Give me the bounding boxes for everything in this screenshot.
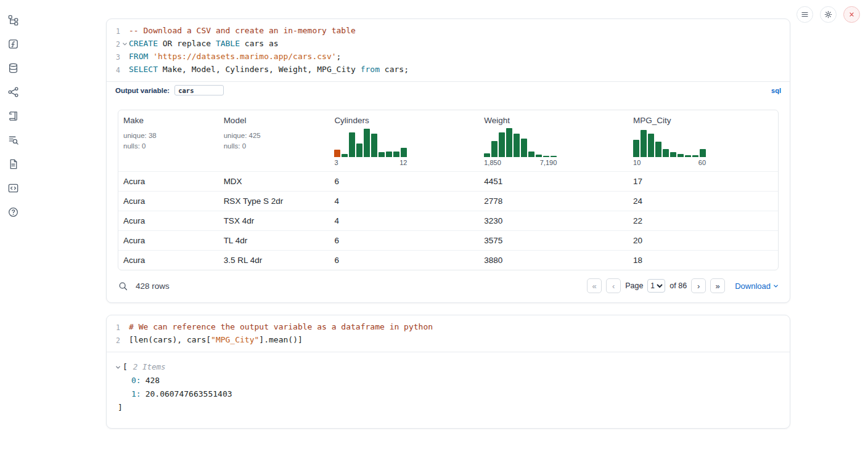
column-header-mpg_city[interactable]: MPG_City1060	[628, 110, 778, 171]
histogram-max-label: 7,190	[540, 159, 557, 166]
graph-icon	[7, 86, 19, 98]
histogram-bar	[342, 154, 348, 157]
sidebar-help-button[interactable]	[5, 204, 21, 219]
code-token: 'https://datasets.marimo.app/cars.csv'	[153, 52, 336, 61]
notebook: 1-- Download a CSV and create an in-memo…	[106, 18, 790, 429]
code-line: 2[len(cars), cars["MPG_City"].mean()]	[107, 334, 790, 347]
column-header-make[interactable]: Makeunique: 38nulls: 0	[118, 110, 219, 171]
last-page-button[interactable]: »	[710, 278, 725, 293]
column-header-cylinders[interactable]: Cylinders312	[329, 110, 479, 171]
code-token: from	[361, 65, 380, 74]
function-icon	[7, 38, 19, 50]
first-page-button[interactable]: «	[587, 278, 602, 293]
sidebar-outline-button[interactable]	[5, 108, 21, 123]
histogram-bar	[491, 141, 497, 157]
output-variable-label: Output variable:	[115, 87, 170, 94]
sidebar-file-explorer-button[interactable]	[5, 12, 21, 27]
code-text: -- Download a CSV and create an in-memor…	[129, 25, 356, 38]
prev-page-button[interactable]: ‹	[606, 278, 621, 293]
code-token: cars;	[380, 65, 409, 74]
column-histogram: 1060	[633, 127, 706, 166]
tree-entry: 1:20.060747663551403	[115, 387, 781, 401]
table-row: AcuraTL 4dr6357520	[118, 230, 778, 250]
histogram-bar	[700, 149, 706, 157]
table-cell: TL 4dr	[219, 231, 330, 250]
hamburger-icon	[800, 10, 809, 19]
histogram-bar	[514, 134, 520, 157]
table-cell: 22	[628, 211, 778, 230]
histogram-bar	[678, 154, 684, 157]
column-label: MPG_City	[633, 116, 773, 125]
logs-search-icon	[7, 134, 19, 146]
histogram-max-label: 12	[399, 159, 407, 166]
histogram-min-label: 10	[633, 159, 641, 166]
table-cell: 6	[329, 172, 479, 191]
code-text: [len(cars), cars["MPG_City"].mean()]	[129, 334, 303, 347]
data-table: Makeunique: 38nulls: 0Modelunique: 425nu…	[118, 110, 779, 270]
histogram-bar	[364, 129, 370, 157]
sidebar-documentation-button[interactable]	[5, 156, 21, 171]
sidebar-datasources-button[interactable]	[5, 60, 21, 75]
sidebar-snippets-button[interactable]	[5, 180, 21, 195]
menu-button[interactable]	[796, 6, 813, 23]
sidebar-logs-button[interactable]	[5, 132, 21, 147]
code-token: FROM	[129, 52, 148, 61]
column-stat: unique: 38	[123, 131, 214, 141]
fold-spacer	[120, 63, 129, 76]
table-cell: 4451	[479, 172, 628, 191]
sidebar-dependency-graph-button[interactable]	[5, 84, 21, 99]
line-number: 2	[107, 334, 120, 347]
fold-spacer	[120, 321, 129, 334]
sql-cell: 1-- Download a CSV and create an in-memo…	[106, 18, 790, 303]
collapse-chevron-icon[interactable]	[115, 365, 121, 370]
histogram-axis: 1060	[633, 159, 706, 166]
histogram-bar	[521, 139, 527, 157]
sidebar-scratchpad-button[interactable]	[5, 36, 21, 51]
page-select[interactable]: 1	[647, 279, 665, 293]
code-token: ].mean()]	[259, 335, 302, 344]
column-header-model[interactable]: Modelunique: 425nulls: 0	[219, 110, 330, 171]
column-stats: unique: 425nulls: 0	[224, 131, 325, 151]
shutdown-button[interactable]	[843, 6, 860, 23]
histogram-bars	[633, 127, 706, 157]
open-bracket: [	[123, 360, 128, 374]
histogram-bar	[641, 130, 647, 157]
output-variable-input[interactable]	[174, 85, 224, 95]
histogram-bar	[393, 152, 399, 157]
column-stat: unique: 425	[224, 131, 325, 141]
table-cell: 4	[329, 211, 479, 230]
column-histogram: 312	[334, 127, 407, 166]
help-icon	[7, 206, 19, 218]
column-header-weight[interactable]: Weight1,8507,190	[479, 110, 628, 171]
search-icon[interactable]	[118, 281, 128, 291]
table-cell: 18	[628, 251, 778, 270]
python-code-editor[interactable]: 1# We can reference the output variable …	[107, 315, 790, 352]
fold-spacer	[120, 25, 129, 38]
table-row: AcuraRSX Type S 2dr4277824	[118, 191, 778, 211]
settings-button[interactable]	[820, 6, 837, 23]
table-cell: Acura	[118, 172, 219, 191]
table-cell: 24	[628, 192, 778, 211]
sql-code-editor[interactable]: 1-- Download a CSV and create an in-memo…	[107, 19, 790, 81]
table-cell: 3230	[479, 211, 628, 230]
table-cell: 3575	[479, 231, 628, 250]
column-label: Weight	[484, 116, 623, 125]
column-label: Cylinders	[334, 116, 474, 125]
page-of-label: of 86	[669, 281, 687, 290]
fold-spacer	[120, 334, 129, 347]
table-body: AcuraMDX6445117AcuraRSX Type S 2dr427782…	[118, 171, 778, 270]
code-token: CREATE	[129, 39, 158, 48]
histogram-bar	[633, 140, 639, 157]
next-page-button[interactable]: ›	[691, 278, 706, 293]
histogram-axis: 1,8507,190	[484, 159, 557, 166]
code-text: CREATE OR replace TABLE cars as	[129, 38, 279, 51]
histogram-bars	[484, 127, 557, 157]
scroll-icon	[7, 110, 19, 122]
entry-value: 20.060747663551403	[145, 387, 232, 401]
table-cell: 3.5 RL 4dr	[219, 251, 330, 270]
download-button[interactable]: Download	[735, 281, 779, 291]
fold-chevron-icon[interactable]	[120, 38, 129, 51]
table-cell: Acura	[118, 192, 219, 211]
page-label: Page	[625, 281, 643, 290]
histogram-bar	[551, 156, 557, 157]
